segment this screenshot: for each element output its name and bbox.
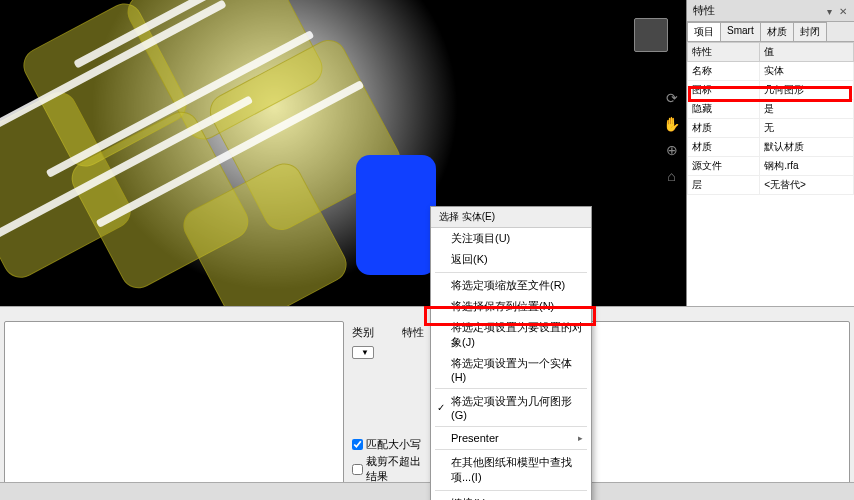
property-grid: 特性值 名称实体 图标几何图形 隐藏是 材质无 材质默认材质 源文件钢构.rfa… [687,42,854,306]
prop-row: 源文件钢构.rfa [688,157,854,176]
properties-tabs: 项目 Smart 材质 封闭 [687,22,854,42]
ctx-item[interactable]: 将选定项缩放至文件(R) [431,275,591,296]
zoom-icon[interactable]: ⊕ [663,142,680,158]
ctx-item[interactable]: 将选择保存到位置(N) [431,296,591,317]
status-bar [0,482,854,500]
label-property: 特性 [402,325,424,340]
col-property: 特性 [688,43,760,62]
col-value: 值 [760,43,854,62]
chk-matchcase[interactable] [352,439,363,450]
tab-material[interactable]: 材质 [760,22,794,41]
ctx-item[interactable]: 在其他图纸和模型中查找项...(I) [431,452,591,488]
properties-title: 特性 [693,3,715,18]
prop-row: 隐藏是 [688,100,854,119]
home-icon[interactable]: ⌂ [663,168,680,184]
ctx-item[interactable]: 关注项目(U) [431,228,591,249]
viewcube[interactable] [634,18,668,52]
properties-panel: 特性 ▾ ✕ 项目 Smart 材质 封闭 特性值 名称实体 图标几何图形 隐藏… [686,0,854,306]
ctx-item[interactable]: 将选定项设置为几何图形(G) [431,391,591,424]
context-menu: 选择 实体(E) 关注项目(U)返回(K)将选定项缩放至文件(R)将选择保存到位… [430,206,592,500]
chk-clip[interactable] [352,464,363,475]
ctx-item[interactable]: 将选定项设置为要设置的对象(J) [431,317,591,353]
prop-row: 材质默认材质 [688,138,854,157]
category-select[interactable]: ▼ [352,346,374,359]
properties-header: 特性 ▾ ✕ [687,0,854,22]
ctx-item[interactable]: 将选定项设置为一个实体(H) [431,353,591,386]
ctx-item[interactable]: 返回(K) [431,249,591,270]
prop-row: 图标几何图形 [688,81,854,100]
ctx-header: 选择 实体(E) [431,207,591,228]
nav-tool-column: ⟳ ✋ ⊕ ⌂ [663,90,680,184]
prop-row: 材质无 [688,119,854,138]
pan-icon[interactable]: ✋ [663,116,680,132]
pin-icon[interactable]: ▾ [825,6,835,17]
tab-closed[interactable]: 封闭 [793,22,827,41]
label-category: 类别 [352,325,374,340]
prop-row: 层<无替代> [688,176,854,195]
ctx-item[interactable]: 链接(L) [431,493,591,500]
close-icon[interactable]: ✕ [838,6,848,17]
tab-item[interactable]: 项目 [687,22,721,41]
selected-solid[interactable] [356,155,436,275]
mid-controls: 类别 特性 ▼ 匹配大小写 裁剪不超出结果 搜索: 默认▼ [348,307,428,500]
tab-smart[interactable]: Smart [720,22,761,41]
prop-row: 名称实体 [688,62,854,81]
left-list[interactable] [4,321,344,496]
ctx-item[interactable]: Presenter [431,429,591,447]
orbit-icon[interactable]: ⟳ [663,90,680,106]
bottom-panel: 类别 特性 ▼ 匹配大小写 裁剪不超出结果 搜索: 默认▼ [0,306,854,500]
